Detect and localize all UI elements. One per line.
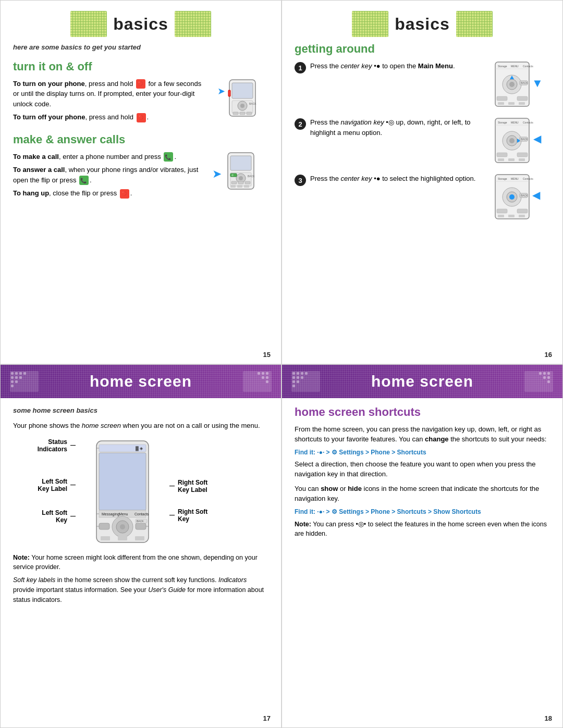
svg-rect-110 (118, 536, 127, 540)
left-soft-key-label-label: Left SoftKey Label — (13, 478, 76, 492)
svg-rect-105 (99, 523, 109, 529)
svg-text:✆: ✆ (231, 174, 234, 177)
soft-key-note: Soft key labels in the home screen show … (13, 575, 268, 604)
make-call-bold: To make a call (13, 153, 59, 161)
find-it-1: Find it: ·●· > ⚙ Settings > Phone > Shor… (295, 449, 550, 456)
home-banner-17: home screen (1, 365, 281, 398)
svg-text:◀: ◀ (532, 189, 541, 201)
svg-text:Messaging: Messaging (102, 512, 119, 516)
phone-svg-2: BACK ✆ (216, 152, 266, 191)
page-17-num: 17 (263, 714, 271, 722)
status-indicators-label: StatusIndicators — (13, 438, 76, 453)
svg-rect-119 (297, 372, 299, 375)
svg-rect-23 (244, 185, 249, 188)
svg-rect-90 (262, 376, 264, 379)
step-2-img: Storage MENU Contacts BACK (493, 117, 550, 164)
home-screen-title-17: home screen (39, 373, 243, 390)
section-turn-on-off: turn it on & off To turn on your phone, … (13, 60, 268, 126)
page-16-num: 16 (545, 351, 552, 359)
page-15-num: 15 (263, 351, 271, 359)
svg-rect-106 (136, 523, 146, 529)
page-18-num: 18 (545, 714, 552, 722)
step-1: 1 Press the center key •● to open the Ma… (295, 61, 550, 108)
svg-rect-72 (508, 215, 515, 217)
svg-rect-109 (101, 536, 110, 540)
svg-rect-79 (23, 372, 26, 375)
svg-rect-54 (517, 153, 528, 157)
svg-rect-70 (517, 209, 528, 213)
step-2-text: Press the navigation key •◎ up, down, ri… (310, 117, 488, 138)
page-16: basics getting around 1 Press the center… (282, 0, 563, 364)
deco-left-green (70, 11, 107, 37)
svg-point-15 (239, 176, 243, 180)
svg-point-49 (509, 138, 515, 143)
svg-text:Contacts: Contacts (134, 512, 149, 516)
turn-on-text-area: To turn on your phone, press and hold fo… (13, 79, 268, 126)
svg-rect-134 (547, 380, 550, 383)
svg-rect-5 (233, 112, 238, 115)
svg-point-4 (240, 104, 244, 108)
calls-heading: make & answer calls (13, 133, 268, 146)
shortcuts-note: Note: You can press •◎• to select the fe… (295, 520, 550, 539)
svg-rect-40 (519, 102, 525, 105)
right-soft-key-label-label: — Right SoftKey Label (169, 479, 227, 493)
home-deco-left-18 (291, 371, 320, 392)
svg-rect-85 (11, 385, 14, 387)
svg-rect-91 (266, 376, 268, 379)
turn-on-text: To turn on your phone, press and hold fo… (13, 79, 208, 126)
answer-bold: To answer a call (13, 166, 65, 174)
svg-rect-131 (547, 372, 550, 375)
turn-on-off-heading: turn it on & off (13, 60, 268, 73)
svg-rect-81 (15, 376, 18, 379)
svg-rect-18 (238, 181, 243, 184)
home-body: Your phone shows the home screen when yo… (13, 421, 268, 431)
svg-rect-71 (498, 215, 504, 217)
deco-right-green (175, 11, 211, 37)
phone-illustration-2: ➤ BACK (216, 152, 268, 191)
step-3-img: Storage MENU Contacts BACK ◀ (493, 174, 550, 220)
phone-svg-1: BACK ➤ (216, 79, 268, 118)
svg-rect-36 (497, 96, 507, 101)
arrow-left-blue: ➤ (212, 167, 222, 181)
svg-rect-12 (230, 156, 251, 170)
hangup-bold: To hang up (13, 189, 49, 197)
page-16-title: basics (395, 15, 450, 34)
power-icon (136, 79, 145, 89)
svg-text:Menu: Menu (119, 512, 128, 516)
calls-text-area: To make a call, enter a phone number and… (13, 152, 268, 202)
svg-rect-87 (258, 372, 260, 375)
step3-phone-svg: Storage MENU Contacts BACK ◀ (493, 174, 547, 220)
step-2-num: 2 (295, 118, 306, 130)
svg-rect-21 (230, 185, 236, 188)
step-1-num: 1 (295, 62, 306, 73)
svg-rect-129 (539, 372, 542, 375)
step-1-text: Press the center key •● to open the Main… (310, 61, 488, 71)
deco-left-green-16 (352, 11, 388, 37)
svg-rect-80 (11, 376, 14, 379)
svg-rect-124 (301, 376, 303, 379)
deco-right-green-16 (456, 11, 493, 37)
svg-rect-118 (292, 372, 295, 375)
svg-text:Contacts: Contacts (523, 177, 533, 180)
svg-point-66 (509, 194, 515, 200)
svg-text:Contacts: Contacts (523, 121, 533, 124)
page-17-subtitle: some home screen basics (13, 405, 268, 416)
svg-point-104 (120, 524, 125, 529)
home-deco-right-17 (243, 371, 272, 392)
svg-rect-73 (519, 215, 525, 217)
svg-rect-19 (245, 181, 250, 184)
svg-rect-69 (497, 209, 507, 213)
home-screen-title-18: home screen (320, 373, 524, 390)
calls-text: To make a call, enter a phone number and… (13, 152, 208, 202)
home-banner-18: home screen (282, 365, 562, 398)
svg-rect-82 (19, 376, 22, 379)
call-icon (164, 152, 173, 162)
svg-rect-122 (292, 376, 295, 379)
page-15: basics here are some basics to get you s… (0, 0, 282, 364)
svg-rect-126 (297, 380, 299, 383)
svg-rect-1 (232, 83, 253, 98)
svg-text:BACK: BACK (521, 194, 528, 197)
svg-rect-89 (266, 372, 268, 375)
svg-rect-17 (231, 181, 237, 184)
shortcuts-body2: Select a direction, then choose the feat… (295, 459, 550, 479)
